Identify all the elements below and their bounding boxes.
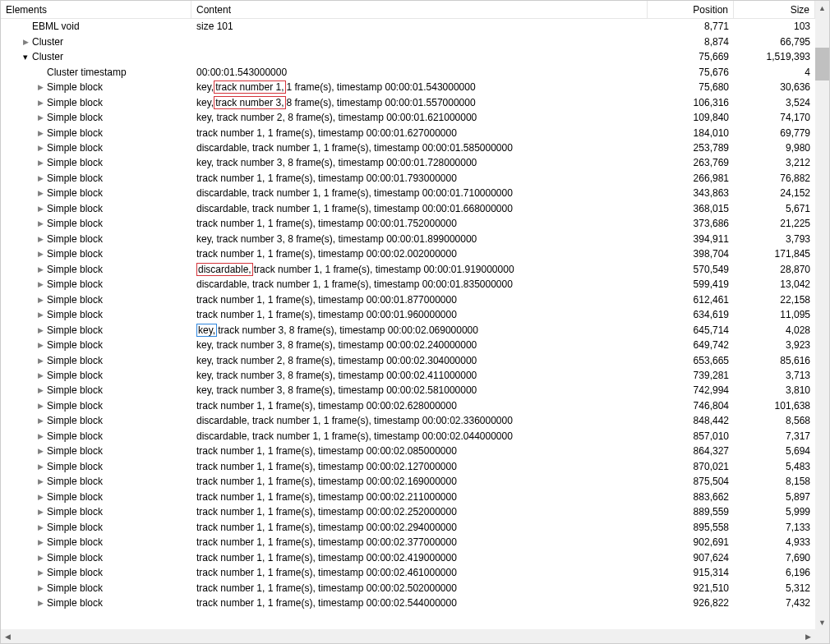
table-row[interactable]: ▶Simple blocktrack number 1, 1 frame(s),… [1,580,815,595]
chevron-right-icon[interactable]: ▶ [35,205,45,213]
chevron-right-icon[interactable]: ▶ [35,554,45,562]
table-row[interactable]: ▶Simple blocktrack number 1, 1 frame(s),… [1,292,815,306]
table-row[interactable]: ▶Simple blockdiscardable, track number 1… [1,429,815,444]
table-row[interactable]: ▶Simple blocktrack number 1, 1 frame(s),… [1,171,815,186]
column-header-elements[interactable]: Elements [1,1,191,18]
scroll-left-icon[interactable]: ◀ [1,629,15,643]
table-row[interactable]: EBML voidsize 1018,771103 [1,19,815,34]
chevron-right-icon[interactable]: ▶ [35,447,45,455]
chevron-right-icon[interactable]: ▶ [35,144,45,152]
chevron-right-icon[interactable]: ▶ [35,235,45,243]
scroll-right-icon[interactable]: ▶ [801,629,815,643]
table-row[interactable]: ▶Simple blocktrack number 1, 1 frame(s),… [1,444,815,458]
chevron-right-icon[interactable]: ▶ [35,296,45,304]
table-row[interactable]: ▶Simple blocktrack number 1, 1 frame(s),… [1,398,815,413]
table-row[interactable]: ▶Simple blocktrack number 1, 1 frame(s),… [1,535,815,550]
chevron-right-icon[interactable]: ▶ [35,219,45,228]
chevron-right-icon[interactable]: ▶ [35,250,45,258]
chevron-right-icon[interactable]: ▶ [35,280,45,288]
table-row[interactable]: ▶Cluster8,87466,795 [1,34,815,48]
table-row[interactable]: ▶Simple blockkey, track number 3, 8 fram… [1,368,815,383]
position-value: 75,669 [699,51,729,62]
content-segment: key, track number 3, 8 frame(s), timesta… [196,384,477,396]
chevron-right-icon[interactable]: ▶ [35,310,45,319]
chevron-right-icon[interactable]: ▶ [35,159,45,167]
chevron-right-icon[interactable]: ▶ [35,432,45,440]
table-row[interactable]: ▶Simple blockkey, track number 3, 8 fram… [1,322,815,337]
chevron-right-icon[interactable]: ▶ [35,508,45,516]
size-value: 30,636 [780,81,810,93]
chevron-right-icon[interactable]: ▶ [35,356,45,365]
table-row[interactable]: ▶Simple blocktrack number 1, 1 frame(s),… [1,474,815,489]
element-name: Simple block [47,157,103,168]
chevron-right-icon[interactable]: ▶ [35,326,45,334]
chevron-right-icon[interactable]: ▶ [35,386,45,394]
table-row[interactable]: ▶Simple blockdiscardable, track number 1… [1,140,815,155]
column-header-size[interactable]: Size [734,1,815,18]
vertical-scrollbar[interactable]: ▲ ▼ [815,1,829,629]
chevron-right-icon[interactable]: ▶ [35,402,45,410]
position-value: 8,771 [704,21,729,32]
table-row[interactable]: ▶Simple blockkey, track number 3, 8 fram… [1,338,815,352]
table-row[interactable]: ▶Simple blockdiscardable, track number 1… [1,262,815,277]
chevron-right-icon[interactable]: ▶ [35,462,45,471]
chevron-right-icon[interactable]: ▶ [35,568,45,577]
table-row[interactable]: ▶Simple blocktrack number 1, 1 frame(s),… [1,307,815,322]
position-cell: 106,316 [648,94,734,109]
table-row[interactable]: ▶Simple blockkey, track number 2, 8 fram… [1,352,815,367]
chevron-right-icon[interactable]: ▶ [35,265,45,274]
table-row[interactable]: ▶Simple blocktrack number 1, 1 frame(s),… [1,125,815,140]
table-row[interactable]: ▶Simple blockdiscardable, track number 1… [1,413,815,428]
scroll-thumb[interactable] [815,48,829,80]
table-row[interactable]: ▶Simple blocktrack number 1, 1 frame(s),… [1,519,815,534]
size-value: 4 [805,67,810,78]
column-header-position[interactable]: Position [648,1,734,18]
table-row[interactable]: ▶Simple blocktrack number 1, 1 frame(s),… [1,216,815,231]
table-row[interactable]: ▶Simple blockdiscardable, track number 1… [1,186,815,200]
chevron-right-icon[interactable]: ▶ [35,341,45,349]
column-header-content[interactable]: Content [191,1,648,18]
table-row[interactable]: Cluster timestamp00:00:01.54300000075,67… [1,64,815,79]
table-row[interactable]: ▶Simple blocktrack number 1, 1 frame(s),… [1,490,815,504]
chevron-right-icon[interactable]: ▶ [35,189,45,197]
chevron-right-icon[interactable]: ▶ [35,371,45,380]
table-row[interactable]: ▶Simple blockkey, track number 3, 8 fram… [1,232,815,246]
table-row[interactable]: ▶Simple blocktrack number 1, 1 frame(s),… [1,565,815,580]
size-value: 7,432 [786,597,810,609]
chevron-right-icon[interactable]: ▶ [35,538,45,546]
chevron-right-icon[interactable]: ▶ [21,38,30,46]
table-row[interactable]: ▶Simple blocktrack number 1, 1 frame(s),… [1,246,815,261]
chevron-right-icon[interactable]: ▶ [35,584,45,592]
size-value: 5,999 [786,506,810,518]
chevron-right-icon[interactable]: ▶ [35,83,45,91]
chevron-right-icon[interactable]: ▶ [35,599,45,607]
position-value: 746,804 [694,400,729,412]
scroll-track[interactable] [815,15,829,615]
table-row[interactable]: ▶Simple blockkey, track number 2, 8 fram… [1,110,815,125]
chevron-right-icon[interactable]: ▶ [35,174,45,182]
table-row[interactable]: ▶Simple blockkey, track number 3, 8 fram… [1,155,815,170]
chevron-right-icon[interactable]: ▶ [35,416,45,425]
scroll-down-icon[interactable]: ▼ [815,615,829,629]
table-row[interactable]: ▶Simple blockkey, track number 3, 8 fram… [1,383,815,398]
chevron-down-icon[interactable]: ▾ [21,52,30,62]
horizontal-scrollbar[interactable]: ◀ ▶ [1,629,815,643]
table-row[interactable]: ▶Simple blockkey, track number 1, 1 fram… [1,80,815,94]
table-row[interactable]: ▶Simple blockdiscardable, track number 1… [1,201,815,216]
table-row[interactable]: ▶Simple blockkey, track number 3, 8 fram… [1,94,815,109]
table-row[interactable]: ▶Simple blocktrack number 1, 1 frame(s),… [1,550,815,564]
table-row[interactable]: ▶Simple blocktrack number 1, 1 frame(s),… [1,596,815,610]
chevron-right-icon[interactable]: ▶ [35,129,45,137]
scroll-up-icon[interactable]: ▲ [815,1,829,15]
content-segment: track number 1, 1 frame(s), timestamp 00… [196,582,457,594]
content-cell: track number 1, 1 frame(s), timestamp 00… [191,444,648,458]
chevron-right-icon[interactable]: ▶ [35,113,45,122]
table-row[interactable]: ▶Simple blockdiscardable, track number 1… [1,277,815,292]
chevron-right-icon[interactable]: ▶ [35,99,45,107]
chevron-right-icon[interactable]: ▶ [35,493,45,501]
chevron-right-icon[interactable]: ▶ [35,523,45,531]
table-row[interactable]: ▶Simple blocktrack number 1, 1 frame(s),… [1,459,815,474]
table-row[interactable]: ▾Cluster75,6691,519,393 [1,49,815,64]
chevron-right-icon[interactable]: ▶ [35,477,45,485]
table-row[interactable]: ▶Simple blocktrack number 1, 1 frame(s),… [1,504,815,519]
